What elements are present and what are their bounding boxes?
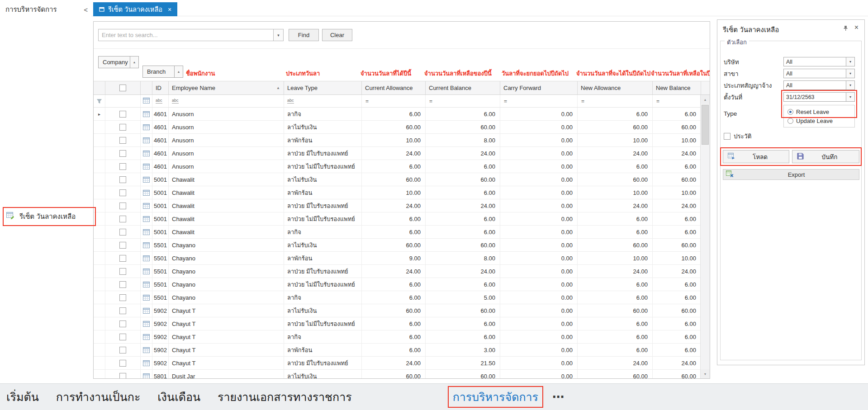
radio-update-leave[interactable]: Update Leave [787,118,854,124]
group-header-company[interactable]: Company ▲ [98,56,139,68]
row-select-cell[interactable] [105,121,141,133]
row-checkbox[interactable] [119,242,126,249]
row-select-cell[interactable] [105,226,141,238]
column-header-id[interactable]: ID [152,81,169,94]
menu-item[interactable]: การทำงานเป็นกะ [56,388,141,406]
row-select-cell[interactable] [105,239,141,251]
table-row[interactable]: 5501Chayanoลากิจ6.005.000.006.006.00 [94,291,701,304]
table-row[interactable]: 4601Anusornลาป่วย ไม่มีใบรับรองแพทย์6.00… [94,160,701,173]
filter-cell-new-balance[interactable]: = [653,95,701,107]
row-select-cell[interactable] [105,160,141,173]
row-select-cell[interactable] [105,108,141,120]
row-checkbox[interactable] [119,216,126,222]
table-row[interactable]: 5501Chayanoลาป่วย มีใบรับรองแพทย์24.0024… [94,265,701,278]
table-row[interactable]: 5801Dusit Jarลาไม่รับเงิน60.0060.000.006… [94,370,701,378]
menu-item[interactable]: เริ่มต้น [6,388,39,406]
export-button[interactable]: Export [723,169,859,180]
table-row[interactable]: 5501Chayanoลาไม่รับเงิน60.0060.000.0060.… [94,239,701,252]
row-checkbox[interactable] [119,307,126,314]
table-row[interactable]: 4601Anusornลาพักร้อน10.008.000.0010.0010… [94,134,701,147]
row-checkbox[interactable] [119,176,126,183]
menu-item[interactable]: เงินเดือน [157,388,200,406]
dropdown-arrow-icon[interactable]: ▾ [846,93,854,101]
field-combobox[interactable]: All▾ [783,57,855,66]
history-checkbox-row[interactable]: ประวัติ [724,131,751,141]
row-checkbox[interactable] [119,124,126,131]
row-checkbox[interactable] [119,347,126,353]
row-checkbox[interactable] [119,281,126,288]
field-combobox[interactable]: All▾ [783,69,855,78]
row-checkbox[interactable] [119,268,126,275]
row-checkbox[interactable] [119,320,126,327]
row-checkbox[interactable] [119,255,126,262]
filter-cell-carry-forward[interactable]: = [500,95,578,107]
search-input[interactable] [99,29,273,41]
scroll-up-icon[interactable]: ▲ [701,95,710,104]
row-select-cell[interactable] [105,186,141,199]
column-header-new-allowance[interactable]: New Allowance [578,81,653,94]
row-checkbox[interactable] [119,150,126,157]
history-checkbox[interactable] [724,133,730,140]
dropdown-arrow-icon[interactable]: ▾ [846,81,854,90]
overflow-menu-icon[interactable]: ⋯ [552,390,564,404]
load-button[interactable]: โหลด [723,150,789,163]
table-row[interactable]: 5902Chayut Tลากิจ6.006.000.006.006.00 [94,330,701,344]
row-checkbox[interactable] [119,111,126,118]
menu-item-management[interactable]: การบริหารจัดการ [453,391,538,403]
table-row[interactable]: 5501Chayanoลาพักร้อน9.008.000.0010.0010.… [94,252,701,265]
row-checkbox[interactable] [119,203,126,209]
menu-item[interactable]: รายงานเอกสารทางราชการ [218,388,352,406]
row-checkbox[interactable] [119,189,126,196]
table-row[interactable]: 5001Chawalitลาป่วย มีใบรับรองแพทย์24.002… [94,199,701,212]
row-select-cell[interactable] [105,357,141,369]
table-row[interactable]: ▸4601Anusornลากิจ6.006.000.006.006.00 [94,108,701,121]
filter-cell-id[interactable]: abc [152,95,169,107]
find-button[interactable]: Find [289,29,319,41]
table-row[interactable]: 5001Chawalitลาพักร้อน10.006.000.0010.001… [94,186,701,199]
filter-cell-icon[interactable] [141,95,152,107]
row-select-cell[interactable] [105,173,141,186]
vertical-scrollbar[interactable]: ▲ ▼ [700,95,710,378]
filter-cell-current-balance[interactable]: = [426,95,500,107]
row-checkbox[interactable] [119,360,126,367]
dropdown-arrow-icon[interactable]: ▾ [846,57,854,66]
save-button[interactable]: บันทึก [792,150,859,163]
table-row[interactable]: 5902Chayut Tลาป่วย ไม่มีใบรับรองแพทย์6.0… [94,317,701,330]
row-select-cell[interactable] [105,317,141,330]
search-dropdown-icon[interactable]: ▾ [273,29,283,41]
column-header-employee-name[interactable]: Employee Name ▲ [169,81,284,94]
table-row[interactable]: 5001Chawalitลากิจ6.006.000.006.006.00 [94,226,701,239]
column-header-leave-type[interactable]: Leave Type [284,81,362,94]
filter-cell-leave-type[interactable]: abc [284,95,362,107]
scroll-down-icon[interactable]: ▼ [701,369,710,378]
sidebar-item-reset-leave[interactable]: รีเซ็ต วันลาคงเหลือ [0,207,91,226]
panel-close-icon[interactable]: × [854,24,859,32]
filter-cell-employee-name[interactable]: abc [169,95,284,107]
column-header-carry-forward[interactable]: Carry Forward [500,81,578,94]
filter-cell-select[interactable] [105,95,141,107]
column-header-current-allowance[interactable]: Current Allowance [362,81,426,94]
tab-reset-leave[interactable]: รีเซ็ต วันลาคงเหลือ × [93,2,177,16]
row-select-cell[interactable] [105,147,141,160]
select-all-checkbox[interactable] [119,85,126,91]
table-row[interactable]: 5902Chayut Tลาป่วย มีใบรับรองแพทย์24.002… [94,357,701,370]
row-select-cell[interactable] [105,278,141,291]
row-select-cell[interactable] [105,370,141,378]
table-row[interactable]: 4601Anusornลาป่วย มีใบรับรองแพทย์24.0024… [94,147,701,160]
filter-cell-current-allowance[interactable]: = [362,95,426,107]
row-select-cell[interactable] [105,252,141,264]
table-row[interactable]: 5902Chayut Tลาพักร้อน6.003.000.006.006.0… [94,344,701,357]
column-header-new-balance[interactable]: New Balance [653,81,701,94]
table-row[interactable]: 5001Chawalitลาไม่รับเงิน60.0060.000.0060… [94,173,701,186]
scrollbar-thumb[interactable] [702,105,709,145]
date-combobox[interactable]: 31/12/2563▾ [783,92,855,102]
row-select-cell[interactable] [105,291,141,304]
row-select-cell[interactable] [105,265,141,278]
row-checkbox[interactable] [119,163,126,170]
dropdown-arrow-icon[interactable]: ▾ [846,69,854,78]
table-row[interactable]: 5501Chayanoลาป่วย ไม่มีใบรับรองแพทย์6.00… [94,278,701,291]
row-checkbox[interactable] [119,294,126,301]
row-checkbox[interactable] [119,137,126,144]
collapse-panel-icon[interactable]: < [84,6,88,14]
row-select-cell[interactable] [105,134,141,146]
